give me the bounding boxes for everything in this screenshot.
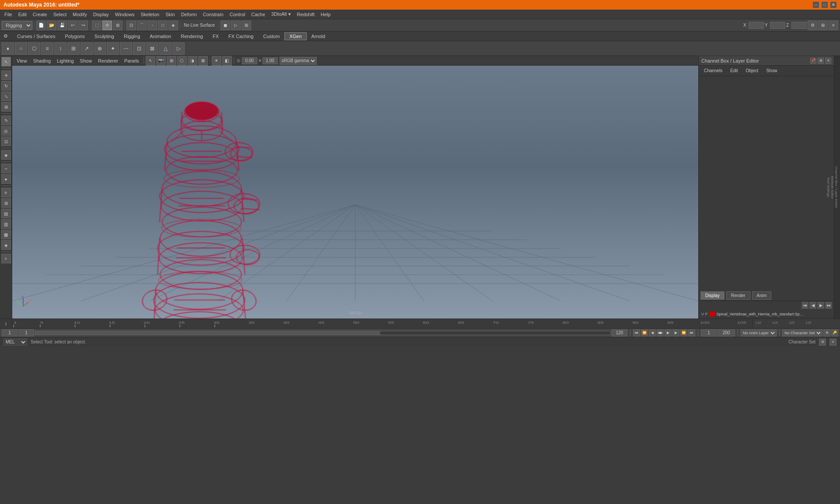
shelf-icon-13[interactable]: ▷ [172,42,185,55]
display-layer-btn2[interactable]: ⊞ [1,198,11,208]
module-icon[interactable]: ⚙ [2,32,10,40]
redo-button[interactable]: ↪ [78,21,88,30]
viewport-3d[interactable]: X Y Z persp [12,66,698,318]
shelf-icon-0[interactable]: ♦ [2,42,14,55]
open-file-button[interactable]: 📂 [47,21,56,30]
vp-shadow-btn[interactable]: ◧ [222,56,232,66]
shelf-icon-5[interactable]: ⊞ [67,42,80,55]
tab-xgen[interactable]: XGen [284,32,306,40]
channel-box-expand[interactable]: ⊞ [818,58,824,64]
render-settings[interactable]: ◼ [220,21,230,30]
z-field[interactable] [791,22,807,29]
display-layer-btn3[interactable]: ▤ [1,209,11,218]
menu-select[interactable]: Select [51,11,70,18]
snap-view[interactable]: ◈ [168,21,178,30]
tab-render[interactable]: Render [726,291,750,300]
menu-cache[interactable]: Cache [248,11,268,18]
select-mode-btn[interactable]: ↖ [1,57,11,66]
transform-btn[interactable]: ⊞ [1,102,11,112]
show-manip-btn[interactable]: ◈ [1,150,11,160]
play-forward-btn[interactable]: ▶ [665,329,672,336]
tab-show[interactable]: Show [763,67,780,74]
channel-box-pin[interactable]: 📌 [810,58,816,64]
frame-range-slider[interactable] [35,331,611,335]
tab-arnold[interactable]: Arnold [307,32,330,40]
next-key-btn[interactable]: ▶ [672,329,679,336]
extra-lt-btn[interactable]: + [1,254,11,263]
tab-curves-surfaces[interactable]: Curves / Surfaces [12,32,60,40]
shelf-icon-12[interactable]: △ [159,42,172,55]
layout-button[interactable]: ⊞ [818,21,828,30]
vp-menu-panels[interactable]: Panels [122,57,142,64]
save-file-button[interactable]: 💾 [57,21,67,30]
tab-animation[interactable]: Animation [145,32,176,40]
menu-create[interactable]: Create [30,11,50,18]
char-set-select[interactable]: No Character Set [782,329,822,336]
tab-rendering[interactable]: Rendering [176,32,208,40]
tab-rigging[interactable]: Rigging [119,32,145,40]
shelf-icon-2[interactable]: ⬡ [28,42,40,55]
layer-nav-first[interactable]: ⏮ [802,302,808,309]
timeline-ruler[interactable]: 1 5 10 15 20 25 30 35 40 45 50 55 60 [12,319,752,328]
range-start-input[interactable] [701,329,717,336]
status-icon1[interactable]: ⚙ [819,339,826,346]
display-layer-btn6[interactable]: ◈ [1,240,11,250]
vp-menu-shading[interactable]: Shading [31,57,53,64]
vp-select-btn[interactable]: ↖ [146,56,155,66]
tab-sculpting[interactable]: Sculpting [90,32,119,40]
layer-nav-last[interactable]: ⏭ [825,302,832,309]
char-set-btn[interactable]: ⚙ [823,329,830,336]
tab-custom[interactable]: Custom [259,32,285,40]
menu-constrain[interactable]: Constrain [200,11,226,18]
shelf-icon-9[interactable]: ⋯ [120,42,132,55]
snap-point[interactable]: ◦ [147,21,157,30]
prev-key-btn[interactable]: ◀ [649,329,656,336]
create-joint-btn[interactable]: ● [1,174,11,184]
menu-redshift[interactable]: Redshift [294,11,317,18]
rotate-btn[interactable]: ↻ [1,81,11,91]
tab-channels[interactable]: Channels [700,67,726,74]
vp-menu-show[interactable]: Show [77,57,95,64]
vp-tex-btn[interactable]: ⊠ [198,56,208,66]
lattice-btn[interactable]: ⊡ [1,136,11,146]
shelf-icon-7[interactable]: ⊕ [94,42,106,55]
next-frame-btn[interactable]: ⏩ [680,329,687,336]
create-ik-btn[interactable]: ⌁ [1,164,11,173]
start-frame-input[interactable] [2,329,18,336]
layer-nav-next[interactable]: ▶ [817,302,824,309]
vp-light-btn[interactable]: ☀ [212,56,221,66]
tab-object[interactable]: Object [742,67,762,74]
snap-grid[interactable]: ⊡ [126,21,136,30]
menu-edit[interactable]: Edit [16,11,29,18]
soft-mod-btn[interactable]: ◎ [1,126,11,136]
extra-button[interactable]: ≡ [829,21,838,30]
display-layer-btn1[interactable]: ≡ [1,188,11,197]
tab-edit[interactable]: Edit [727,67,741,74]
shelf-icon-3[interactable]: ≡ [41,42,53,55]
gamma-field[interactable]: 1.00 [262,57,278,64]
vp-menu-lighting[interactable]: Lighting [54,57,77,64]
tab-fx-caching[interactable]: FX Caching [224,32,258,40]
render-view[interactable]: ⊞ [242,21,251,30]
snap-surface[interactable]: □ [158,21,168,30]
shelf-icon-4[interactable]: ↕ [54,42,66,55]
vp-shade-btn[interactable]: ◑ [188,56,197,66]
menu-modify[interactable]: Modify [70,11,89,18]
vp-cam-btn[interactable]: 📷 [156,56,166,66]
auto-key-btn[interactable]: 🔑 [831,329,838,336]
tab-display[interactable]: Display [700,291,724,300]
current-frame-input[interactable] [18,329,34,336]
shelf-icon-8[interactable]: ✦ [107,42,119,55]
move-tool[interactable]: ✛ [102,21,112,30]
tab-polygons[interactable]: Polygons [60,32,89,40]
shelf-icon-1[interactable]: ○ [15,42,27,55]
display-layer-btn5[interactable]: ▦ [1,230,11,239]
play-back-btn[interactable]: ◀▶ [657,329,664,336]
vp-wire-btn[interactable]: ⬡ [177,56,187,66]
rigging-dropdown[interactable]: Rigging [2,21,32,30]
script-type-select[interactable]: MEL Python [4,339,27,346]
end-frame-input[interactable] [612,329,627,336]
range-end-input[interactable] [718,329,735,336]
vp-grid-btn[interactable]: ⊞ [167,56,176,66]
menu-file[interactable]: File [2,11,15,18]
